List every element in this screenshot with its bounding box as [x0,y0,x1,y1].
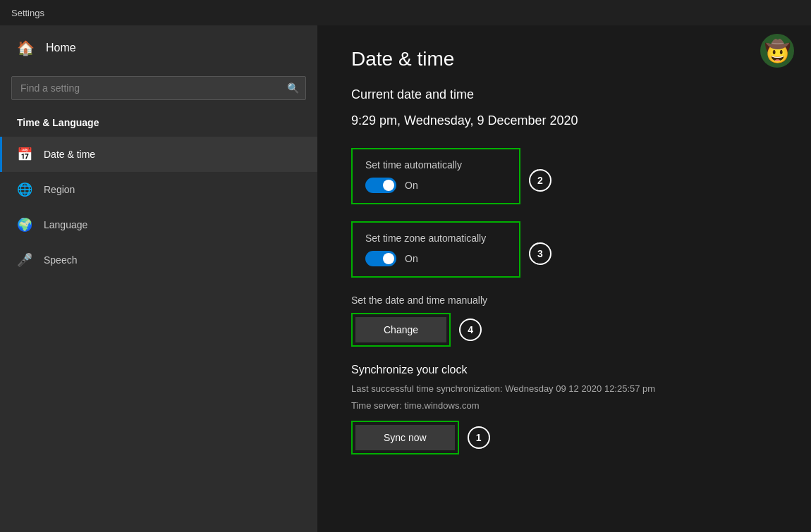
region-icon: 🌐 [17,182,32,197]
home-icon: 🏠 [17,39,35,56]
language-icon: 🌍 [17,217,32,233]
sidebar-item-label-language: Language [44,219,87,230]
app-body: 🏠 Home 🔍 Time & Language 📅 Date & time 🌐… [0,25,811,532]
avatar: 🤠 [760,34,794,68]
sidebar-item-language[interactable]: 🌍 Language [0,207,317,242]
sidebar-item-label-speech: Speech [44,254,77,266]
search-icon: 🔍 [287,82,299,94]
search-input[interactable] [11,76,306,100]
circle-4: 4 [459,318,482,341]
search-box-container: 🔍 [11,76,306,100]
avatar-emoji: 🤠 [764,39,791,63]
sync-server-info: Time server: time.windows.com [351,399,777,413]
sidebar-item-region[interactable]: 🌐 Region [0,172,317,207]
set-timezone-auto-box: Set time zone automatically On [351,221,520,278]
manual-section: Set the date and time manually Change 4 [351,295,777,347]
sidebar-item-date-time[interactable]: 📅 Date & time [0,137,317,172]
main-content: 🤠 Date & time Current date and time 9:29… [317,25,811,532]
sidebar: 🏠 Home 🔍 Time & Language 📅 Date & time 🌐… [0,25,317,532]
circle-1: 1 [468,426,490,449]
set-timezone-auto-label: Set time zone automatically [365,233,506,244]
change-button[interactable]: Change [355,317,446,342]
set-timezone-auto-toggle-row: On [365,251,506,266]
set-time-auto-label: Set time automatically [365,159,506,171]
section-subtitle: Current date and time [351,87,777,102]
sidebar-item-label-region: Region [44,184,75,195]
current-time: 9:29 pm, Wednesday, 9 December 2020 [351,113,777,128]
sidebar-item-speech[interactable]: 🎤 Speech [0,242,317,278]
page-title: Date & time [351,48,777,70]
sidebar-item-label-date-time: Date & time [44,149,95,160]
change-button-box: Change [351,313,451,347]
sync-last-info: Last successful time synchronization: We… [351,382,777,396]
title-bar: Settings [0,0,811,25]
set-timezone-auto-row: Set time zone automatically On 3 [351,221,777,286]
set-time-auto-box: Set time automatically On [351,148,520,204]
set-timezone-auto-toggle[interactable] [365,251,396,266]
speech-icon: 🎤 [17,252,32,268]
sync-now-button[interactable]: Sync now [355,425,455,450]
set-time-auto-row: Set time automatically On 2 [351,148,777,213]
set-time-auto-toggle[interactable] [365,178,396,193]
sync-title: Synchronize your clock [351,364,777,376]
sync-button-wrapper: Sync now 1 [351,421,777,454]
circle-3: 3 [529,242,551,265]
home-label: Home [46,42,76,54]
section-label: Time & Language [0,111,317,137]
change-box-wrapper: Change 4 [351,313,777,347]
date-time-icon: 📅 [17,147,32,162]
settings-title: Settings [11,8,44,18]
sidebar-home[interactable]: 🏠 Home [0,25,317,70]
set-time-auto-toggle-row: On [365,178,506,193]
manual-label: Set the date and time manually [351,295,777,306]
sync-button-box: Sync now [351,421,459,454]
set-timezone-auto-state: On [405,253,418,264]
set-time-auto-state: On [405,180,418,191]
sync-section: Synchronize your clock Last successful t… [351,364,777,454]
circle-2: 2 [529,169,551,192]
